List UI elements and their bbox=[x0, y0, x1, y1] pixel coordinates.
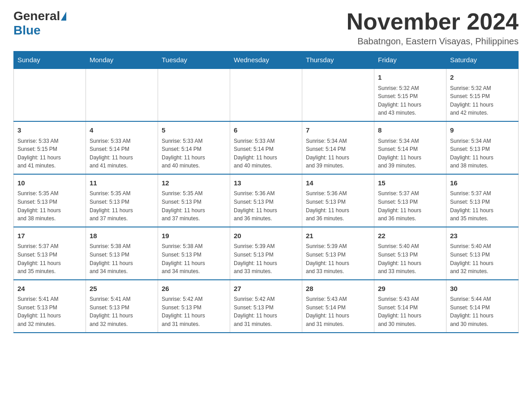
day-number: 1 bbox=[378, 73, 442, 83]
calendar-day-cell: 8Sunrise: 5:34 AMSunset: 5:14 PMDaylight… bbox=[374, 121, 446, 174]
day-info: Sunrise: 5:36 AMSunset: 5:13 PMDaylight:… bbox=[306, 189, 370, 223]
calendar-day-cell: 28Sunrise: 5:43 AMSunset: 5:14 PMDayligh… bbox=[302, 280, 374, 333]
day-info: Sunrise: 5:32 AMSunset: 5:15 PMDaylight:… bbox=[378, 84, 442, 117]
day-info: Sunrise: 5:35 AMSunset: 5:13 PMDaylight:… bbox=[162, 189, 226, 223]
calendar-day-cell: 3Sunrise: 5:33 AMSunset: 5:15 PMDaylight… bbox=[14, 121, 86, 174]
day-info: Sunrise: 5:39 AMSunset: 5:13 PMDaylight:… bbox=[234, 242, 298, 275]
day-info: Sunrise: 5:36 AMSunset: 5:13 PMDaylight:… bbox=[234, 189, 298, 223]
calendar-week-row: 1Sunrise: 5:32 AMSunset: 5:15 PMDaylight… bbox=[14, 68, 519, 121]
calendar-day-cell: 13Sunrise: 5:36 AMSunset: 5:13 PMDayligh… bbox=[230, 174, 302, 227]
day-number: 26 bbox=[162, 284, 226, 294]
month-title: November 2024 bbox=[347, 9, 519, 34]
logo-general-text: General bbox=[13, 9, 60, 23]
calendar-day-cell: 26Sunrise: 5:42 AMSunset: 5:13 PMDayligh… bbox=[158, 280, 230, 333]
calendar-table: SundayMondayTuesdayWednesdayThursdayFrid… bbox=[13, 51, 519, 333]
calendar-week-row: 10Sunrise: 5:35 AMSunset: 5:13 PMDayligh… bbox=[14, 174, 519, 227]
calendar-day-cell: 1Sunrise: 5:32 AMSunset: 5:15 PMDaylight… bbox=[374, 68, 446, 121]
weekday-header-saturday: Saturday bbox=[446, 51, 519, 69]
logo-blue-text: Blue bbox=[13, 23, 41, 37]
day-number: 6 bbox=[234, 125, 298, 136]
calendar-day-cell: 17Sunrise: 5:37 AMSunset: 5:13 PMDayligh… bbox=[14, 227, 86, 280]
day-number: 4 bbox=[90, 125, 154, 136]
day-number: 8 bbox=[378, 125, 442, 136]
weekday-header-friday: Friday bbox=[374, 51, 446, 69]
calendar-day-cell: 5Sunrise: 5:33 AMSunset: 5:14 PMDaylight… bbox=[158, 121, 230, 174]
day-number: 2 bbox=[450, 73, 515, 83]
calendar-day-cell: 21Sunrise: 5:39 AMSunset: 5:13 PMDayligh… bbox=[302, 227, 374, 280]
day-number: 19 bbox=[162, 231, 226, 241]
day-info: Sunrise: 5:33 AMSunset: 5:14 PMDaylight:… bbox=[162, 137, 226, 170]
day-number: 29 bbox=[378, 284, 442, 294]
calendar-day-cell: 19Sunrise: 5:38 AMSunset: 5:13 PMDayligh… bbox=[158, 227, 230, 280]
calendar-header-row: SundayMondayTuesdayWednesdayThursdayFrid… bbox=[14, 51, 519, 69]
day-number: 13 bbox=[234, 178, 298, 188]
day-info: Sunrise: 5:35 AMSunset: 5:13 PMDaylight:… bbox=[17, 189, 82, 223]
day-number: 16 bbox=[450, 178, 515, 188]
header: General Blue November 2024 Babatngon, Ea… bbox=[13, 9, 519, 47]
day-info: Sunrise: 5:42 AMSunset: 5:13 PMDaylight:… bbox=[234, 295, 298, 328]
day-info: Sunrise: 5:37 AMSunset: 5:13 PMDaylight:… bbox=[17, 242, 82, 275]
location-subtitle: Babatngon, Eastern Visayas, Philippines bbox=[347, 36, 519, 47]
day-number: 20 bbox=[234, 231, 298, 241]
calendar-day-cell: 20Sunrise: 5:39 AMSunset: 5:13 PMDayligh… bbox=[230, 227, 302, 280]
calendar-day-cell bbox=[86, 68, 158, 121]
day-info: Sunrise: 5:33 AMSunset: 5:14 PMDaylight:… bbox=[90, 137, 154, 170]
day-info: Sunrise: 5:32 AMSunset: 5:15 PMDaylight:… bbox=[450, 84, 515, 117]
calendar-day-cell: 23Sunrise: 5:40 AMSunset: 5:13 PMDayligh… bbox=[446, 227, 519, 280]
day-info: Sunrise: 5:35 AMSunset: 5:13 PMDaylight:… bbox=[90, 189, 154, 223]
day-number: 12 bbox=[162, 178, 226, 188]
calendar-day-cell: 2Sunrise: 5:32 AMSunset: 5:15 PMDaylight… bbox=[446, 68, 519, 121]
calendar-day-cell: 7Sunrise: 5:34 AMSunset: 5:14 PMDaylight… bbox=[302, 121, 374, 174]
logo: General Blue bbox=[13, 9, 67, 38]
calendar-day-cell: 11Sunrise: 5:35 AMSunset: 5:13 PMDayligh… bbox=[86, 174, 158, 227]
day-number: 18 bbox=[90, 231, 154, 241]
calendar-day-cell bbox=[158, 68, 230, 121]
calendar-day-cell: 12Sunrise: 5:35 AMSunset: 5:13 PMDayligh… bbox=[158, 174, 230, 227]
day-info: Sunrise: 5:33 AMSunset: 5:15 PMDaylight:… bbox=[17, 137, 82, 170]
calendar-day-cell: 30Sunrise: 5:44 AMSunset: 5:14 PMDayligh… bbox=[446, 280, 519, 333]
title-area: November 2024 Babatngon, Eastern Visayas… bbox=[347, 9, 519, 47]
calendar-day-cell: 10Sunrise: 5:35 AMSunset: 5:13 PMDayligh… bbox=[14, 174, 86, 227]
day-number: 9 bbox=[450, 125, 515, 136]
calendar-day-cell: 24Sunrise: 5:41 AMSunset: 5:13 PMDayligh… bbox=[14, 280, 86, 333]
day-info: Sunrise: 5:41 AMSunset: 5:13 PMDaylight:… bbox=[90, 295, 154, 328]
day-number: 30 bbox=[450, 284, 515, 294]
calendar-day-cell: 14Sunrise: 5:36 AMSunset: 5:13 PMDayligh… bbox=[302, 174, 374, 227]
day-info: Sunrise: 5:38 AMSunset: 5:13 PMDaylight:… bbox=[162, 242, 226, 275]
day-info: Sunrise: 5:43 AMSunset: 5:14 PMDaylight:… bbox=[378, 295, 442, 328]
day-number: 10 bbox=[17, 178, 82, 188]
day-number: 21 bbox=[306, 231, 370, 241]
day-info: Sunrise: 5:37 AMSunset: 5:13 PMDaylight:… bbox=[450, 189, 515, 223]
day-info: Sunrise: 5:43 AMSunset: 5:14 PMDaylight:… bbox=[306, 295, 370, 328]
day-number: 5 bbox=[162, 125, 226, 136]
calendar-day-cell: 25Sunrise: 5:41 AMSunset: 5:13 PMDayligh… bbox=[86, 280, 158, 333]
day-info: Sunrise: 5:34 AMSunset: 5:14 PMDaylight:… bbox=[306, 137, 370, 170]
day-info: Sunrise: 5:42 AMSunset: 5:13 PMDaylight:… bbox=[162, 295, 226, 328]
weekday-header-thursday: Thursday bbox=[302, 51, 374, 69]
day-number: 11 bbox=[90, 178, 154, 188]
day-info: Sunrise: 5:41 AMSunset: 5:13 PMDaylight:… bbox=[17, 295, 82, 328]
day-number: 23 bbox=[450, 231, 515, 241]
day-number: 28 bbox=[306, 284, 370, 294]
calendar-day-cell: 18Sunrise: 5:38 AMSunset: 5:13 PMDayligh… bbox=[86, 227, 158, 280]
calendar-day-cell: 29Sunrise: 5:43 AMSunset: 5:14 PMDayligh… bbox=[374, 280, 446, 333]
calendar-week-row: 3Sunrise: 5:33 AMSunset: 5:15 PMDaylight… bbox=[14, 121, 519, 174]
day-info: Sunrise: 5:44 AMSunset: 5:14 PMDaylight:… bbox=[450, 295, 515, 328]
calendar-day-cell: 4Sunrise: 5:33 AMSunset: 5:14 PMDaylight… bbox=[86, 121, 158, 174]
calendar-week-row: 17Sunrise: 5:37 AMSunset: 5:13 PMDayligh… bbox=[14, 227, 519, 280]
calendar-day-cell: 9Sunrise: 5:34 AMSunset: 5:13 PMDaylight… bbox=[446, 121, 519, 174]
weekday-header-tuesday: Tuesday bbox=[158, 51, 230, 69]
day-info: Sunrise: 5:38 AMSunset: 5:13 PMDaylight:… bbox=[90, 242, 154, 275]
day-info: Sunrise: 5:40 AMSunset: 5:13 PMDaylight:… bbox=[450, 242, 515, 275]
day-info: Sunrise: 5:40 AMSunset: 5:13 PMDaylight:… bbox=[378, 242, 442, 275]
calendar-week-row: 24Sunrise: 5:41 AMSunset: 5:13 PMDayligh… bbox=[14, 280, 519, 333]
weekday-header-wednesday: Wednesday bbox=[230, 51, 302, 69]
day-number: 25 bbox=[90, 284, 154, 294]
calendar-day-cell bbox=[230, 68, 302, 121]
day-number: 15 bbox=[378, 178, 442, 188]
day-number: 3 bbox=[17, 125, 82, 136]
day-number: 17 bbox=[17, 231, 82, 241]
calendar-day-cell bbox=[302, 68, 374, 121]
calendar-day-cell: 15Sunrise: 5:37 AMSunset: 5:13 PMDayligh… bbox=[374, 174, 446, 227]
weekday-header-sunday: Sunday bbox=[14, 51, 86, 69]
